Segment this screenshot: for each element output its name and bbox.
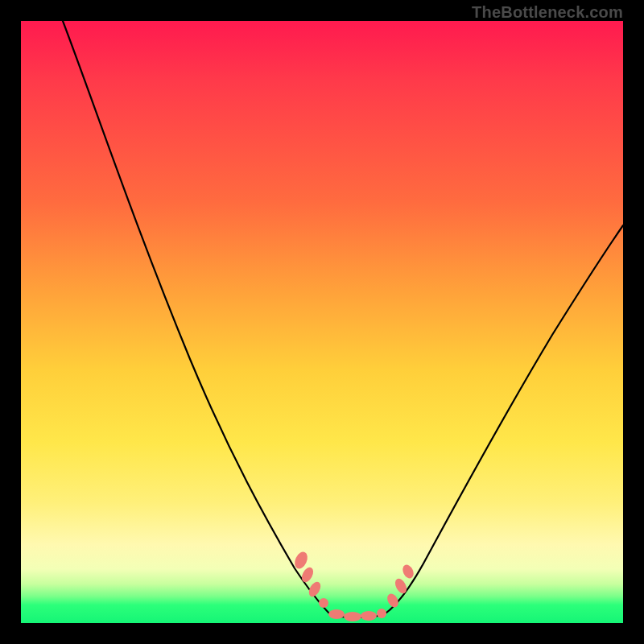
chart-overlay (21, 21, 623, 623)
marker-spot (361, 611, 377, 621)
marker-spot (377, 609, 386, 618)
outer-frame: TheBottleneck.com (0, 0, 644, 644)
marker-spot (319, 598, 328, 608)
marker-spot (299, 565, 316, 584)
marker-spot (344, 612, 361, 621)
marker-spot (393, 576, 409, 595)
curve-right-branch (383, 225, 623, 615)
attribution-text: TheBottleneck.com (472, 3, 623, 22)
marker-spot (328, 609, 345, 619)
curve-left-branch (63, 21, 331, 615)
marker-spot (401, 563, 416, 580)
